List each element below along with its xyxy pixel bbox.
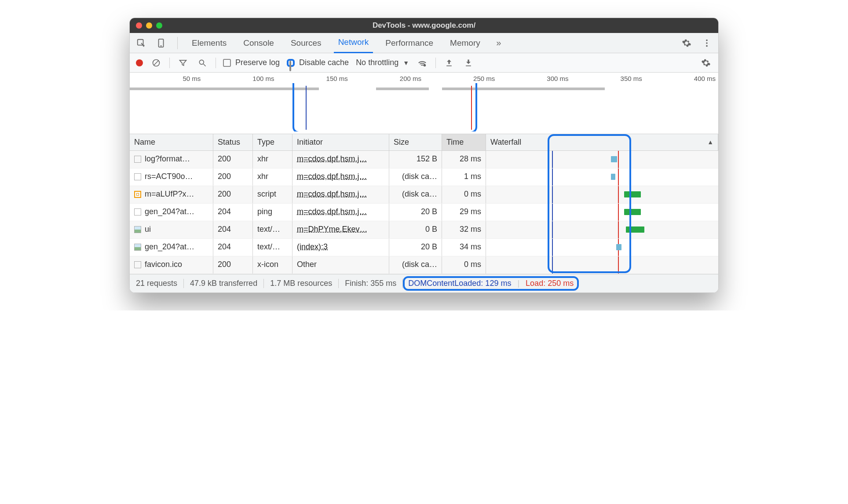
cell-status: 204	[213, 204, 253, 221]
more-tabs-button[interactable]: »	[493, 37, 505, 49]
cell-initiator[interactable]: m=DhPYme,Ekev…	[292, 221, 389, 238]
cell-initiator[interactable]: m=cdos,dpf,hsm,j…	[292, 204, 389, 221]
table-row[interactable]: log?format…200xhrm=cdos,dpf,hsm,j…152 B2…	[130, 151, 718, 168]
status-bar: 21 requests 47.9 kB transferred 1.7 MB r…	[130, 274, 718, 292]
timeline-ticks: 50 ms 100 ms 150 ms 200 ms 250 ms 300 ms…	[130, 73, 718, 83]
waterfall-bar	[611, 156, 617, 162]
cell-initiator[interactable]: Other	[292, 256, 389, 274]
col-time[interactable]: Time	[442, 134, 486, 150]
cell-waterfall	[486, 151, 718, 168]
cell-initiator[interactable]: m=cdos,dpf,hsm,j…	[292, 186, 389, 203]
cell-time: 32 ms	[442, 221, 486, 238]
col-status[interactable]: Status	[213, 134, 253, 150]
cell-status: 204	[213, 239, 253, 256]
file-icon	[134, 226, 141, 233]
tab-performance[interactable]: Performance	[381, 33, 438, 53]
tick-label: 100 ms	[203, 75, 277, 82]
upload-icon[interactable]	[443, 57, 455, 69]
svg-line-7	[154, 61, 158, 65]
cell-name: log?format…	[130, 151, 213, 168]
cell-name: gen_204?at…	[130, 204, 213, 221]
cell-name: m=aLUfP?x…	[130, 186, 213, 203]
cell-waterfall	[486, 239, 718, 256]
table-row[interactable]: ui204text/…m=DhPYme,Ekev…0 B32 ms	[130, 221, 718, 239]
cell-time: 0 ms	[442, 186, 486, 203]
table-row[interactable]: gen_204?at…204text/…(index):320 B34 ms	[130, 239, 718, 256]
svg-rect-12	[466, 65, 471, 66]
col-waterfall[interactable]: Waterfall ▲	[486, 134, 718, 150]
tick-label: 50 ms	[130, 75, 203, 82]
inspect-icon[interactable]	[135, 37, 147, 49]
filter-icon[interactable]	[177, 57, 189, 69]
network-conditions-icon[interactable]	[416, 57, 428, 69]
cell-status: 204	[213, 221, 253, 238]
table-row[interactable]: m=aLUfP?x…200scriptm=cdos,dpf,hsm,j…(dis…	[130, 186, 718, 204]
svg-point-4	[706, 42, 708, 44]
tab-sources[interactable]: Sources	[286, 33, 326, 53]
annotation-highlight: DOMContentLoaded: 129 ms | Load: 250 ms	[403, 276, 579, 291]
download-icon[interactable]	[462, 57, 475, 69]
timeline-overview[interactable]: 50 ms 100 ms 150 ms 200 ms 250 ms 300 ms…	[130, 73, 718, 134]
cell-waterfall	[486, 204, 718, 221]
clear-icon[interactable]	[150, 57, 162, 69]
waterfall-bar	[624, 191, 641, 197]
svg-line-9	[204, 64, 206, 66]
tick-label: 150 ms	[277, 75, 351, 82]
device-toggle-icon[interactable]	[155, 37, 168, 49]
status-resources: 1.7 MB resources	[264, 279, 339, 288]
cell-type: text/…	[253, 239, 292, 256]
cell-type: x-icon	[253, 256, 292, 274]
cell-initiator[interactable]: m=cdos,dpf,hsm,j…	[292, 168, 389, 186]
record-button[interactable]	[136, 59, 143, 66]
window-title: DevTools - www.google.com/	[130, 21, 718, 30]
cell-time: 29 ms	[442, 204, 486, 221]
tick-label: 250 ms	[424, 75, 497, 82]
chevron-down-icon: ▼	[403, 59, 409, 66]
preserve-log-checkbox[interactable]	[223, 59, 231, 67]
col-initiator[interactable]: Initiator	[292, 134, 389, 150]
divider	[177, 37, 178, 49]
cell-waterfall	[486, 186, 718, 203]
disable-cache-checkbox[interactable]	[287, 59, 295, 67]
cell-initiator[interactable]: (index):3	[292, 239, 389, 256]
file-icon	[134, 156, 141, 163]
disable-cache-option[interactable]: Disable cache	[287, 58, 349, 67]
tick-label: 350 ms	[571, 75, 645, 82]
tick-label: 200 ms	[351, 75, 424, 82]
status-finish: Finish: 355 ms	[339, 279, 403, 288]
table-row[interactable]: rs=ACT90o…200xhrm=cdos,dpf,hsm,j…(disk c…	[130, 168, 718, 186]
settings-icon[interactable]	[680, 37, 693, 49]
file-name: ui	[145, 225, 151, 234]
cell-size: (disk ca…	[389, 186, 442, 203]
status-load: Load: 250 ms	[526, 279, 574, 288]
network-settings-icon[interactable]	[700, 57, 712, 69]
table-row[interactable]: gen_204?at…204pingm=cdos,dpf,hsm,j…20 B2…	[130, 204, 718, 221]
cell-waterfall	[486, 168, 718, 186]
cell-size: 0 B	[389, 221, 442, 238]
preserve-log-label: Preserve log	[235, 58, 280, 67]
status-dcl: DOMContentLoaded: 129 ms	[408, 279, 511, 288]
throttling-dropdown[interactable]: No throttling ▼	[356, 58, 409, 67]
cell-name: favicon.ico	[130, 256, 213, 274]
tab-network[interactable]: Network	[334, 33, 373, 53]
dcl-marker	[306, 86, 307, 130]
cell-size: 20 B	[389, 204, 442, 221]
tab-elements[interactable]: Elements	[187, 33, 231, 53]
file-icon	[134, 173, 141, 180]
preserve-log-option[interactable]: Preserve log	[223, 58, 280, 67]
sort-asc-icon: ▲	[707, 139, 713, 146]
tab-console[interactable]: Console	[239, 33, 278, 53]
table-row[interactable]: favicon.ico200x-iconOther(disk ca…0 ms	[130, 256, 718, 274]
cell-initiator[interactable]: m=cdos,dpf,hsm,j…	[292, 151, 389, 168]
search-icon[interactable]	[196, 57, 208, 69]
kebab-menu-icon[interactable]	[701, 37, 713, 49]
tab-memory[interactable]: Memory	[446, 33, 485, 53]
annotation-highlight	[292, 83, 477, 131]
col-type[interactable]: Type	[253, 134, 292, 150]
cell-type: script	[253, 186, 292, 203]
col-size[interactable]: Size	[389, 134, 442, 150]
file-name: m=aLUfP?x…	[145, 190, 194, 198]
col-name[interactable]: Name	[130, 134, 213, 150]
cell-size: 152 B	[389, 151, 442, 168]
main-tabs: Elements Console Sources Network Perform…	[130, 33, 718, 53]
